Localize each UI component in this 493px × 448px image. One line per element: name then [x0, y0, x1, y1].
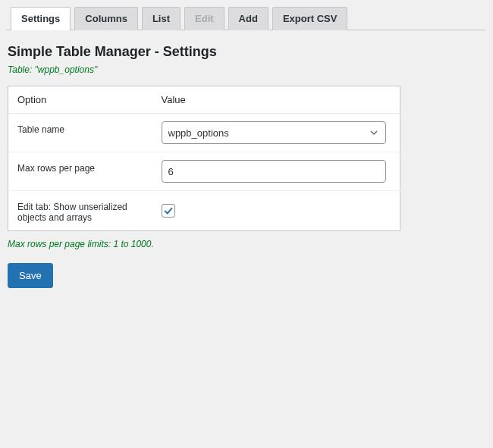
tab-list[interactable]: List	[142, 7, 181, 30]
setting-label-max-rows: Max rows per page	[8, 152, 152, 191]
active-table-label: Table: "wppb_options"	[8, 64, 485, 75]
tab-export-csv[interactable]: Export CSV	[272, 7, 348, 30]
table-row: Edit tab: Show unserialized objects and …	[8, 191, 400, 231]
tab-columns[interactable]: Columns	[74, 7, 138, 30]
col-header-option: Option	[8, 86, 152, 114]
col-header-value: Value	[152, 86, 400, 114]
setting-label-edit-tab: Edit tab: Show unserialized objects and …	[8, 191, 152, 231]
table-row: Table name wppb_options	[8, 114, 400, 152]
tab-settings[interactable]: Settings	[11, 7, 71, 30]
setting-label-table-name: Table name	[8, 114, 152, 152]
checkmark-icon	[163, 205, 174, 216]
settings-table: Option Value Table name wppb_options	[8, 86, 400, 231]
table-row: Max rows per page	[8, 152, 400, 191]
save-button[interactable]: Save	[8, 263, 53, 288]
table-name-select[interactable]: wppb_options	[162, 121, 386, 144]
edit-tab-checkbox[interactable]	[162, 204, 175, 218]
tab-edit: Edit	[184, 7, 225, 30]
tab-bar: Settings Columns List Edit Add Export CS…	[6, 6, 485, 30]
page-title: Simple Table Manager - Settings	[8, 44, 485, 60]
limits-note: Max rows per page limits: 1 to 1000.	[8, 239, 485, 249]
tab-add[interactable]: Add	[228, 7, 268, 30]
max-rows-input[interactable]	[162, 160, 386, 183]
